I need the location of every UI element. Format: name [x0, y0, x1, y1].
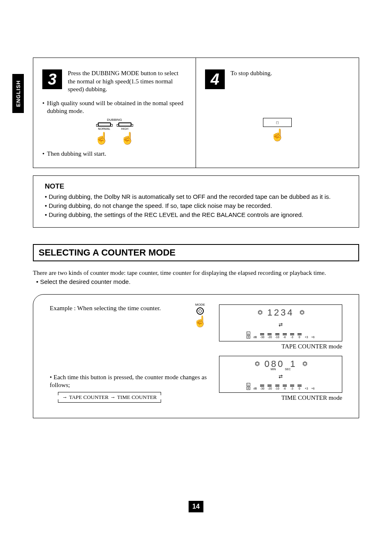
arrow-icon: →: [62, 394, 67, 401]
language-tab: ENGLISH: [12, 74, 24, 113]
note-title: NOTE: [45, 182, 347, 191]
dubbing-diagram: DUBBING NORMAL HIGH ☝ ☝: [42, 118, 187, 144]
meter-tick: +6: [311, 387, 315, 390]
section-title: SELECTING A COUNTER MODE: [33, 244, 359, 261]
time-counter-caption: TIME COUNTER mode: [219, 394, 342, 401]
tape-counter-caption: TAPE COUNTER mode: [219, 343, 342, 350]
meter-tick: -30: [260, 387, 264, 390]
step-4-column: 4 To stop dubbing. □ ☝: [196, 58, 359, 168]
meter-tick: -3: [291, 336, 293, 339]
channel-l-label: L: [247, 332, 250, 335]
meter-tick: +3: [305, 336, 308, 339]
step-3-bullet-2: • Then dubbing will start.: [42, 150, 187, 158]
meter-tick: +3: [305, 387, 308, 390]
high-label: HIGH: [121, 127, 129, 130]
channel-l-label: L: [247, 383, 250, 386]
note-item: During dubbing, the Dolby NR is automati…: [45, 192, 347, 201]
intro-text: There are two kinds of counter mode: tap…: [33, 269, 359, 277]
cassette-icon: ⏣: [300, 309, 304, 316]
level-meter: L R dB -30 -20 -10 -6 -3 0 +3 +6: [223, 383, 339, 390]
step-4-heading: 4 To stop dubbing.: [205, 69, 350, 89]
level-meter: L R dB -30 -20 -10 -6 -3 0 +3 +6: [223, 332, 339, 339]
time-counter-sec-digits: 1: [290, 359, 297, 369]
hand-icon: ☝: [270, 129, 285, 141]
hand-icon: ☝: [194, 316, 207, 327]
note-item: During dubbing, do not change the speed.…: [45, 201, 347, 210]
mode-label: MODE: [195, 303, 205, 307]
normal-button-wrap: NORMAL: [98, 122, 111, 130]
bullet-text: Then dubbing will start.: [47, 150, 106, 158]
dubbing-buttons-row: NORMAL HIGH: [98, 122, 131, 130]
mode-button-diagram: MODE ☝: [194, 303, 207, 327]
meter-tick: -30: [260, 336, 264, 339]
meter-tick: 0: [299, 336, 300, 339]
cassette-icon: ⏣: [255, 360, 259, 367]
example-left-col: Example : When selecting the time counte…: [50, 304, 207, 407]
note-list: During dubbing, the Dolby NR is automati…: [45, 192, 347, 219]
section-title-wrap: SELECTING A COUNTER MODE: [33, 244, 359, 261]
db-label: dB: [254, 387, 257, 390]
direction-icon: ⇄: [223, 373, 339, 380]
meter-tick: -3: [291, 387, 293, 390]
meter-tick: -10: [275, 336, 279, 339]
meter-tick: -6: [284, 387, 286, 390]
mode-button-icon: [196, 307, 204, 315]
steps-box: 3 Press the DUBBING MODE button to selec…: [33, 58, 359, 168]
meter-tick: 0: [299, 387, 300, 390]
meter-tick: -10: [275, 387, 279, 390]
seq-item-2: TIME COUNTER: [117, 394, 157, 401]
stop-diagram: □ ☝: [205, 118, 350, 141]
channel-r-label: R: [247, 335, 250, 339]
note-box: NOTE During dubbing, the Dolby NR is aut…: [33, 175, 359, 228]
bullet-text: High quality sound will be obtained in t…: [47, 99, 187, 115]
high-button-wrap: HIGH: [118, 122, 131, 130]
meter-tick: +6: [311, 336, 315, 339]
stop-button-icon: □: [263, 118, 292, 127]
meter-tick: -20: [267, 336, 272, 339]
step-3-heading: 3 Press the DUBBING MODE button to selec…: [42, 69, 187, 94]
sequence-text-content: Each time this button is pressed, the co…: [50, 374, 207, 389]
db-label: dB: [254, 336, 257, 339]
seq-item-1: TAPE COUNTER: [69, 394, 108, 401]
tape-counter-digits: 1234: [267, 307, 294, 318]
example-right-col: ⏣ 1234 ⏣ ⇄ L R dB -30 -20 -10 -6 -3 0: [219, 304, 342, 407]
intro-bullet: • Select the desired counter mode.: [36, 278, 359, 285]
bullet-dot: •: [42, 99, 44, 115]
step-number-4: 4: [205, 69, 225, 89]
example-box: Example : When selecting the time counte…: [33, 294, 359, 418]
hand-icon: ☝: [95, 133, 109, 144]
channel-r-label: R: [247, 387, 250, 390]
step-3-column: 3 Press the DUBBING MODE button to selec…: [33, 58, 196, 168]
sequence-box: → TAPE COUNTER → TIME COUNTER: [58, 392, 161, 403]
normal-button-icon: [98, 122, 111, 127]
arrow-icon: →: [110, 394, 115, 401]
step-3-text: Press the DUBBING MODE button to select …: [68, 69, 187, 94]
page-number: 14: [189, 501, 203, 512]
meter-tick: -20: [267, 387, 272, 390]
hand-icon: ☝: [120, 133, 135, 144]
normal-label: NORMAL: [98, 127, 111, 130]
dubbing-label: DUBBING: [107, 118, 122, 122]
example-heading: Example : When selecting the time counte…: [50, 304, 207, 312]
bullet-dot: •: [42, 150, 44, 158]
intro-bullet-text: Select the desired counter mode.: [40, 278, 130, 285]
direction-icon: ⇄: [223, 322, 339, 328]
tape-counter-display: ⏣ 1234 ⏣ ⇄ L R dB -30 -20 -10 -6 -3 0: [219, 304, 342, 341]
meter-tick: -6: [284, 336, 286, 339]
note-item: During dubbing, the settings of the REC …: [45, 210, 347, 219]
sec-label: SEC: [285, 368, 291, 371]
cassette-icon: ⏣: [302, 360, 307, 367]
time-counter-display: ⏣ 080 1 ⏣ MIN SEC ⇄ L R d: [219, 356, 342, 393]
cassette-icon: ⏣: [258, 309, 262, 316]
min-label: MIN: [270, 368, 276, 371]
sequence-text: • Each time this button is pressed, the …: [50, 373, 207, 389]
hand-icons-row: ☝ ☝: [95, 133, 135, 144]
high-button-icon: [118, 122, 131, 127]
step-4-text: To stop dubbing.: [231, 69, 272, 78]
step-number-3: 3: [42, 69, 62, 89]
step-3-bullet-1: • High quality sound will be obtained in…: [42, 99, 187, 115]
manual-page: ENGLISH 3 Press the DUBBING MODE button …: [0, 0, 392, 537]
